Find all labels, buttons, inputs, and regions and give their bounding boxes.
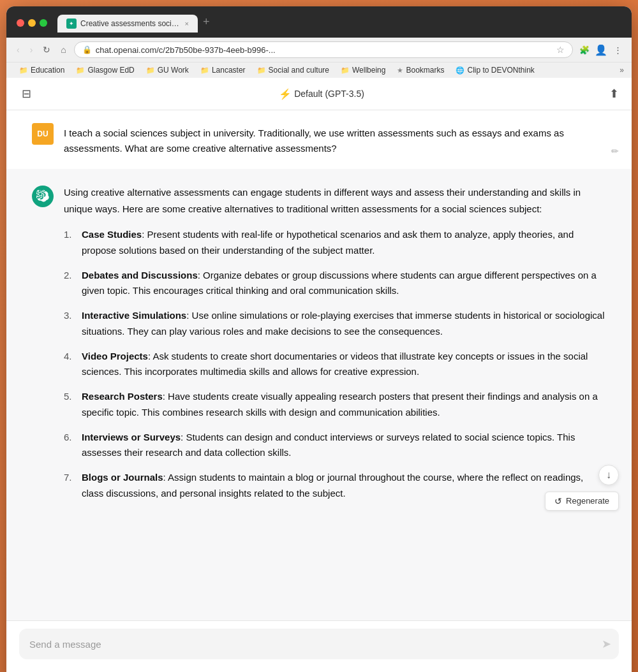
close-traffic-light[interactable] (17, 19, 24, 27)
list-title: Interviews or Surveys (82, 432, 181, 442)
bookmark-glasgowedb[interactable]: 📁 Glasgow EdD (71, 64, 139, 76)
list-title: Debates and Discussions (82, 270, 198, 281)
folder-icon: 📁 (19, 66, 28, 75)
bookmark-label: Bookmarks (406, 66, 444, 75)
active-tab[interactable]: ✦ Creative assessments social s... × (57, 15, 198, 33)
regenerate-button[interactable]: ↺ Regenerate (545, 492, 619, 511)
tab-title: Creative assessments social s... (80, 19, 181, 28)
folder-icon: 📁 (200, 66, 209, 75)
nav-bar: ‹ › ↻ ⌂ 🔒 chat.openai.com/c/2b7b50be-937… (6, 38, 632, 62)
bookmark-devonthink[interactable]: 🌐 Clip to DEVONthink (450, 64, 539, 76)
regenerate-label: Regenerate (566, 496, 609, 506)
browser-window: ✦ Creative assessments social s... × + ‹… (6, 6, 632, 672)
input-area: Send a message ➤ (6, 620, 632, 667)
fullscreen-traffic-light[interactable] (40, 19, 47, 27)
ai-response-list: 1. Case Studies: Present students with r… (64, 227, 606, 502)
list-item: 6. Interviews or Surveys: Students can d… (64, 430, 606, 462)
list-content: Case Studies: Present students with real… (82, 227, 606, 259)
minimize-traffic-light[interactable] (28, 19, 36, 27)
list-item: 3. Interactive Simulations: Use online s… (64, 308, 606, 340)
home-button[interactable]: ⌂ (58, 43, 68, 56)
list-title: Research Posters (82, 391, 163, 402)
chat-toolbar: ⊟ ⚡ Default (GPT-3.5) ⬆ (6, 78, 632, 110)
list-content: Blogs or Journals: Assign students to ma… (82, 470, 606, 502)
bookmark-wellbeing[interactable]: 📁 Wellbeing (336, 64, 390, 76)
bookmark-label: Social and culture (269, 66, 329, 75)
list-content: Interviews or Surveys: Students can desi… (82, 430, 606, 462)
bookmark-guwork[interactable]: 📁 GU Work (141, 64, 194, 76)
bookmark-education[interactable]: 📁 Education (14, 64, 70, 76)
profile-icon[interactable]: 👤 (595, 43, 607, 56)
folder-icon: 📁 (257, 66, 266, 75)
folder-icon: 📁 (76, 66, 85, 75)
bookmarks-more-button[interactable]: » (619, 66, 624, 75)
list-content: Interactive Simulations: Use online simu… (82, 308, 606, 340)
user-message-text: I teach a social sciences subject in uni… (64, 123, 606, 156)
folder-icon: 📁 (146, 66, 155, 75)
list-content: Research Posters: Have students create v… (82, 389, 606, 421)
new-tab-button[interactable]: + (198, 13, 215, 31)
list-title: Blogs or Journals (82, 472, 163, 483)
list-number: 6. (64, 430, 77, 462)
regenerate-icon: ↺ (554, 496, 562, 506)
list-item: 5. Research Posters: Have students creat… (64, 389, 606, 421)
traffic-lights (17, 19, 47, 27)
star-icon: ★ (397, 66, 403, 75)
lock-icon: 🔒 (82, 45, 92, 54)
list-number: 7. (64, 470, 77, 502)
footer: ChatGPT may produce inaccurate informati… (6, 667, 632, 672)
list-number: 2. (64, 268, 77, 300)
bookmark-label: Clip to DEVONthink (467, 66, 534, 75)
tab-close-button[interactable]: × (185, 20, 189, 27)
bookmark-label: GU Work (158, 66, 189, 75)
bookmark-star-icon[interactable]: ☆ (556, 45, 565, 55)
openai-logo-icon (36, 190, 49, 203)
bookmark-label: Glasgow EdD (87, 66, 134, 75)
address-bar[interactable]: 🔒 chat.openai.com/c/2b7b50be-937b-4eeb-b… (74, 41, 573, 58)
globe-icon: 🌐 (456, 66, 464, 75)
bookmark-social[interactable]: 📁 Social and culture (252, 64, 334, 76)
list-item: 1. Case Studies: Present students with r… (64, 227, 606, 259)
share-button[interactable]: ⬆ (609, 87, 619, 101)
edit-message-icon[interactable]: ✏ (611, 146, 619, 156)
user-avatar: DU (32, 123, 54, 145)
forward-button[interactable]: › (27, 43, 36, 56)
bookmark-label: Wellbeing (352, 66, 385, 75)
list-number: 4. (64, 349, 77, 381)
more-options-icon[interactable]: ⋮ (611, 43, 624, 56)
bookmark-label: Education (31, 66, 64, 75)
sidebar-toggle-button[interactable]: ⊟ (19, 84, 34, 103)
list-title: Interactive Simulations (82, 310, 186, 321)
bookmark-bookmarks[interactable]: ★ Bookmarks (392, 64, 449, 76)
list-item: 7. Blogs or Journals: Assign students to… (64, 470, 606, 502)
nav-icons: 🧩 👤 ⋮ (578, 43, 624, 56)
send-button[interactable]: ➤ (602, 637, 611, 651)
list-content: Video Projects: Ask students to create s… (82, 349, 606, 381)
tabs-row: ✦ Creative assessments social s... × + (57, 13, 621, 33)
toolbar-left: ⊟ (19, 84, 34, 103)
title-bar: ✦ Creative assessments social s... × + (6, 6, 632, 38)
ai-intro-text: Using creative alternative assessments c… (64, 184, 606, 217)
back-button[interactable]: ‹ (14, 43, 22, 56)
model-selector[interactable]: ⚡ Default (GPT-3.5) (279, 88, 364, 100)
message-input-box[interactable]: Send a message ➤ (19, 629, 619, 659)
flash-icon: ⚡ (279, 88, 292, 100)
list-content: Debates and Discussions: Organize debate… (82, 268, 606, 300)
model-name: Default (GPT-3.5) (294, 89, 364, 99)
extensions-icon[interactable]: 🧩 (578, 43, 591, 56)
ai-message-content: Using creative alternative assessments c… (64, 184, 606, 511)
tab-favicon: ✦ (66, 18, 77, 29)
reload-button[interactable]: ↻ (40, 43, 53, 56)
list-item: 4. Video Projects: Ask students to creat… (64, 349, 606, 381)
chat-area: DU I teach a social sciences subject in … (6, 110, 632, 620)
bookmarks-bar: 📁 Education 📁 Glasgow EdD 📁 GU Work 📁 La… (6, 62, 632, 78)
bookmark-label: Lancaster (212, 66, 246, 75)
folder-icon: 📁 (341, 66, 350, 75)
bookmark-lancaster[interactable]: 📁 Lancaster (195, 64, 251, 76)
scroll-down-button[interactable]: ↓ (598, 465, 619, 485)
address-text: chat.openai.com/c/2b7b50be-937b-4eeb-b99… (96, 45, 553, 55)
user-message: DU I teach a social sciences subject in … (6, 110, 632, 169)
list-number: 5. (64, 389, 77, 421)
list-title: Case Studies (82, 229, 142, 240)
list-number: 1. (64, 227, 77, 259)
